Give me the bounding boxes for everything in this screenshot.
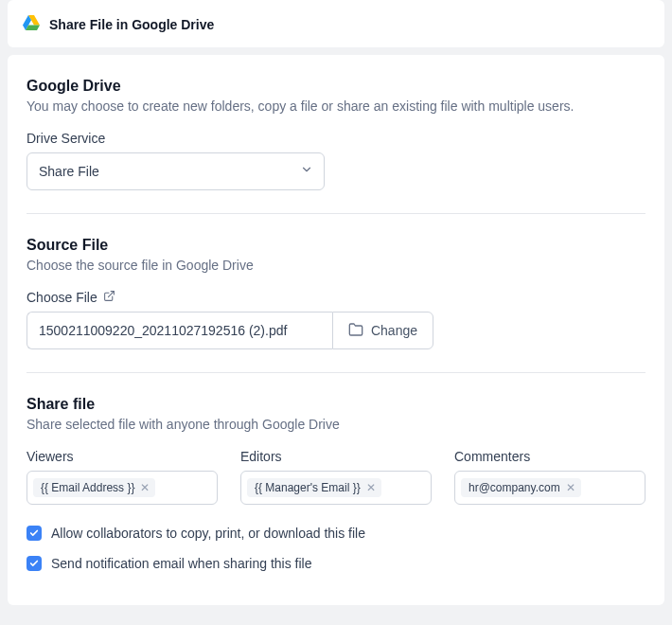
allow-copy-row: Allow collaborators to copy, print, or d… (27, 526, 645, 541)
source-desc: Choose the source file in Google Drive (27, 258, 645, 273)
commenters-column: Commenters hr@company.com ✕ (454, 449, 645, 505)
drive-service-value: Share File (39, 164, 99, 179)
allow-copy-label: Allow collaborators to copy, print, or d… (51, 526, 365, 541)
external-link-icon[interactable] (103, 290, 115, 305)
change-label: Change (371, 323, 417, 338)
send-email-checkbox[interactable] (27, 556, 42, 571)
editors-input[interactable]: {{ Manager's Email }} ✕ (240, 471, 432, 505)
allow-copy-checkbox[interactable] (27, 526, 42, 541)
viewers-tag: {{ Email Address }} ✕ (33, 478, 155, 497)
viewers-input[interactable]: {{ Email Address }} ✕ (27, 471, 218, 505)
share-desc: Share selected file with anyone through … (27, 417, 645, 432)
send-email-row: Send notification email when sharing thi… (27, 556, 645, 571)
section-drive: Google Drive You may choose to create ne… (27, 78, 645, 214)
editors-column: Editors {{ Manager's Email }} ✕ (240, 449, 432, 505)
file-input[interactable] (27, 312, 332, 349)
viewers-column: Viewers {{ Email Address }} ✕ (27, 449, 218, 505)
header-title: Share File in Google Drive (49, 17, 214, 32)
share-columns: Viewers {{ Email Address }} ✕ Editors {{… (27, 449, 645, 505)
source-title: Source File (27, 237, 645, 254)
folder-icon (348, 322, 363, 340)
file-selector: Change (27, 312, 433, 349)
remove-tag-icon[interactable]: ✕ (566, 482, 575, 493)
viewers-label: Viewers (27, 449, 218, 464)
commenters-label: Commenters (454, 449, 645, 464)
share-title: Share file (27, 396, 645, 413)
choose-file-label: Choose File (27, 290, 645, 305)
send-email-label: Send notification email when sharing thi… (51, 556, 312, 571)
commenters-input[interactable]: hr@company.com ✕ (454, 471, 645, 505)
drive-title: Google Drive (27, 78, 645, 95)
drive-desc: You may choose to create new folders, co… (27, 98, 645, 114)
header: Share File in Google Drive (8, 0, 664, 47)
google-drive-icon (23, 15, 40, 34)
section-source: Source File Choose the source file in Go… (27, 237, 645, 373)
editors-tag: {{ Manager's Email }} ✕ (247, 478, 381, 497)
change-button[interactable]: Change (332, 312, 433, 349)
commenters-tag: hr@company.com ✕ (461, 478, 581, 497)
remove-tag-icon[interactable]: ✕ (366, 482, 376, 493)
svg-line-0 (108, 292, 114, 297)
editors-label: Editors (240, 449, 432, 464)
drive-service-select[interactable]: Share File (27, 152, 325, 190)
remove-tag-icon[interactable]: ✕ (140, 482, 150, 493)
section-share: Share file Share selected file with anyo… (27, 396, 645, 571)
drive-service-label: Drive Service (27, 131, 645, 146)
main-panel: Google Drive You may choose to create ne… (8, 55, 664, 605)
